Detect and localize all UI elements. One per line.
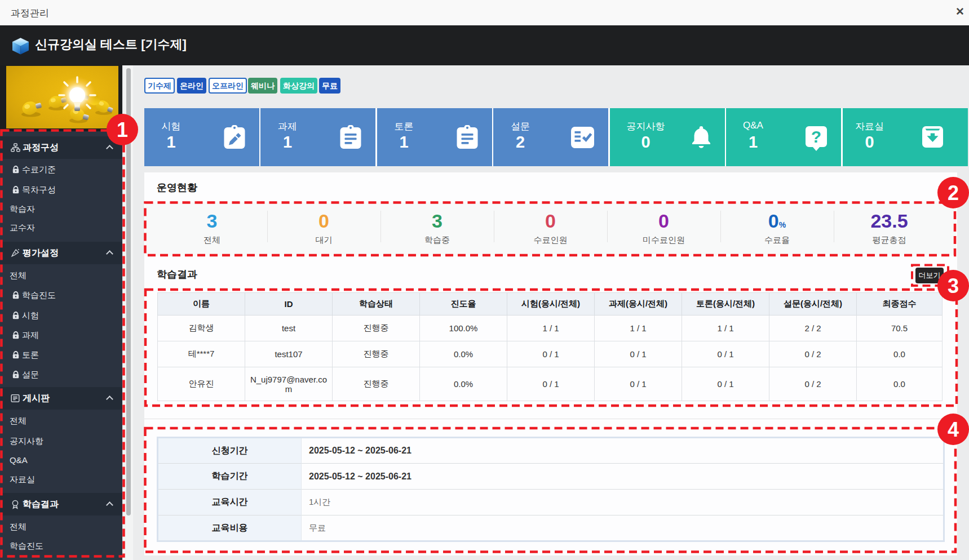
svg-text:?: ? [811, 127, 821, 146]
